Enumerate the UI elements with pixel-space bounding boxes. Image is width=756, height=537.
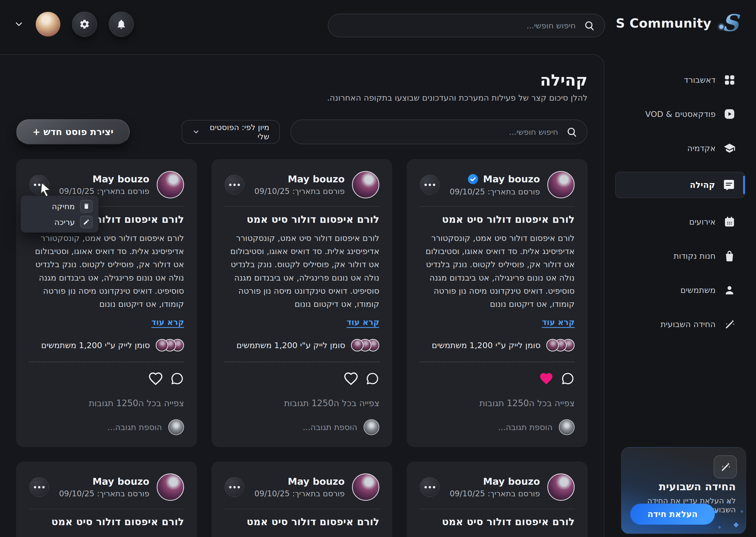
likers-avatar-stack bbox=[351, 339, 379, 351]
author-block: May bouzo פורסם בתאריך: 09/10/25 bbox=[59, 174, 149, 196]
like-heart-icon[interactable] bbox=[344, 371, 358, 386]
commenter-avatar bbox=[363, 419, 379, 435]
view-all-comments-link[interactable]: צפייה בכל ה1250 תגובות bbox=[29, 398, 184, 408]
post-actions bbox=[29, 371, 184, 386]
sidebar-item-dashboard[interactable]: דאשבורד bbox=[615, 69, 745, 90]
weekly-challenge-card: החידה השבועית לא העלאת עדיין את החידה הש… bbox=[621, 447, 746, 534]
main-panel: קהילה להלן סיכום קצר של פעילות המערכת וה… bbox=[0, 54, 604, 537]
context-menu-edit[interactable]: עריכה bbox=[26, 216, 93, 228]
add-comment-row[interactable]: הוספת תגובה... bbox=[224, 419, 379, 435]
sidebar-item-weekly-riddle[interactable]: החידה השבועית bbox=[615, 314, 745, 335]
global-search-input[interactable] bbox=[328, 14, 605, 37]
post-context-menu: מחיקה עריכה bbox=[21, 196, 98, 232]
comment-icon[interactable] bbox=[366, 372, 379, 386]
context-menu-delete[interactable]: מחיקה bbox=[26, 200, 93, 213]
add-comment-placeholder: הוספת תגובה... bbox=[303, 423, 357, 432]
post-options-button[interactable] bbox=[224, 477, 245, 497]
read-more-link[interactable]: קרא עוד bbox=[542, 317, 575, 327]
sort-dropdown[interactable]: מיון לפי: הפוסטים שלי bbox=[182, 120, 280, 144]
post-card: May bouzo פורסם בתאריך: 09/10/25 לורם אי… bbox=[16, 462, 197, 537]
view-all-comments-link[interactable]: צפייה בכל ה1250 תגובות bbox=[224, 398, 379, 408]
chat-icon bbox=[723, 179, 735, 191]
sidebar-item-vod-podcasts[interactable]: פודקאסטים & VOD bbox=[615, 103, 745, 125]
post-body: לורם איפסום דולור סיט אמט, קונסקטורר אדי… bbox=[420, 534, 575, 537]
post-title: לורם איפסום דולור סיט אמט bbox=[29, 516, 184, 527]
chevron-down-icon[interactable] bbox=[14, 19, 24, 29]
post-author: May bouzo bbox=[288, 174, 345, 185]
chevron-down-icon bbox=[192, 128, 200, 136]
create-post-button[interactable]: יצירת פוסט חדש + bbox=[16, 119, 130, 145]
sidebar-item-community[interactable]: קהילה bbox=[615, 172, 745, 198]
sidebar-item-label: חנות נקודות bbox=[674, 251, 716, 261]
author-avatar bbox=[157, 474, 184, 501]
commenter-avatar bbox=[168, 419, 184, 435]
read-more-link[interactable]: קרא עוד bbox=[151, 317, 184, 327]
comment-icon[interactable] bbox=[561, 372, 575, 386]
topbar: S S Community bbox=[0, 0, 756, 49]
sidebar-item-label: משתמשים bbox=[680, 285, 716, 295]
post-body: לורם איפסום דולור סיט אמט, קונסקטורר אדי… bbox=[224, 231, 379, 310]
notifications-button[interactable] bbox=[109, 12, 134, 37]
sidebar-item-label: דאשבורד bbox=[684, 75, 716, 85]
post-options-button[interactable] bbox=[420, 175, 440, 195]
dashed-divider bbox=[224, 361, 379, 362]
sidebar-item-label: החידה השבועית bbox=[661, 319, 716, 329]
posts-grid: May bouzo פורסם בתאריך: 09/10/25 לורם אי… bbox=[16, 159, 587, 537]
add-comment-placeholder: הוספת תגובה... bbox=[107, 423, 162, 432]
brand-logo: S S Community bbox=[616, 11, 742, 36]
author-block: May bouzo פורסם בתאריך: 09/10/25 bbox=[59, 476, 149, 498]
sort-dropdown-label: מיון לפי: הפוסטים שלי bbox=[200, 123, 269, 141]
sidebar-item-academy[interactable]: אקדמיה bbox=[615, 138, 745, 159]
comment-icon[interactable] bbox=[170, 372, 184, 386]
add-comment-row[interactable]: הוספת תגובה... bbox=[420, 419, 575, 435]
divider bbox=[224, 206, 379, 207]
likes-row: סומן לייק ע"י 1,200 משתמשים bbox=[420, 339, 575, 351]
trash-icon bbox=[80, 200, 93, 213]
post-card: May bouzo פורסם בתאריך: 09/10/25 לורם אי… bbox=[407, 462, 587, 537]
post-options-button[interactable] bbox=[420, 477, 440, 497]
search-icon bbox=[584, 20, 595, 31]
add-comment-placeholder: הוספת תגובה... bbox=[498, 423, 552, 432]
add-comment-row[interactable]: הוספת תגובה... bbox=[29, 419, 184, 435]
like-heart-icon-filled[interactable] bbox=[539, 371, 553, 386]
post-author: May bouzo bbox=[288, 476, 345, 487]
like-heart-icon[interactable] bbox=[148, 371, 163, 386]
challenge-title: החידה השבועית bbox=[631, 480, 736, 493]
post-options-button[interactable] bbox=[224, 175, 245, 195]
play-icon bbox=[723, 108, 736, 120]
settings-button[interactable] bbox=[72, 12, 97, 37]
post-title: לורם איפסום דולור סיט אמט bbox=[224, 214, 379, 225]
sparkle-decoration bbox=[718, 526, 721, 529]
svg-text:S: S bbox=[722, 11, 740, 36]
search-icon bbox=[566, 126, 578, 138]
post-options-button[interactable] bbox=[29, 477, 49, 497]
view-all-comments-link[interactable]: צפייה בכל ה1250 תגובות bbox=[420, 398, 575, 408]
post-header: May bouzo פורסם בתאריך: 09/10/25 bbox=[224, 474, 379, 501]
sparkle-decoration bbox=[740, 510, 743, 513]
author-avatar bbox=[352, 474, 379, 501]
brand-s-icon: S bbox=[717, 11, 742, 36]
post-card: May bouzo פורסם בתאריך: 09/10/25 לורם אי… bbox=[407, 159, 587, 447]
divider bbox=[29, 509, 184, 509]
post-card: May bouzo פורסם בתאריך: 09/10/25 לורם אי… bbox=[211, 159, 392, 447]
author-block: May bouzo פורסם בתאריך: 09/10/25 bbox=[254, 174, 345, 196]
likes-text: סומן לייק ע"י 1,200 משתמשים bbox=[41, 341, 150, 350]
post-date: פורסם בתאריך: 09/10/25 bbox=[450, 187, 540, 196]
sidebar-item-events[interactable]: אירועים bbox=[615, 211, 745, 232]
current-user-avatar[interactable] bbox=[36, 12, 60, 36]
post-body: לורם איפסום דולור סיט אמט, קונסקטורר אדי… bbox=[420, 231, 575, 310]
feed-controls: מיון לפי: הפוסטים שלי יצירת פוסט חדש + bbox=[16, 119, 587, 145]
read-more-link[interactable]: קרא עוד bbox=[347, 317, 379, 327]
feed-search-input[interactable] bbox=[291, 120, 587, 144]
dashed-divider bbox=[29, 361, 184, 362]
post-date: פורסם בתאריך: 09/10/25 bbox=[450, 489, 540, 498]
post-header: May bouzo פורסם בתאריך: 09/10/25 bbox=[29, 474, 184, 501]
upload-riddle-button[interactable]: העלאת חידה bbox=[630, 504, 715, 525]
sidebar-item-users[interactable]: משתמשים bbox=[615, 279, 745, 301]
brand-name: S Community bbox=[616, 16, 711, 30]
global-search bbox=[328, 14, 605, 37]
post-date: פורסם בתאריך: 09/10/25 bbox=[254, 489, 345, 498]
pencil-icon bbox=[80, 216, 93, 228]
sidebar-item-points-shop[interactable]: חנות נקודות bbox=[615, 245, 745, 267]
post-author: May bouzo bbox=[483, 174, 540, 185]
